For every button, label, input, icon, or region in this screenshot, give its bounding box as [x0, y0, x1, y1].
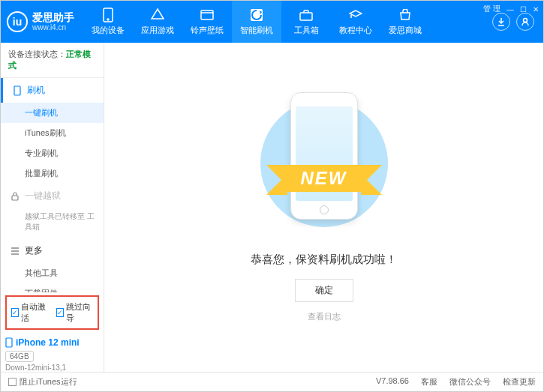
tab-apps-games[interactable]: 应用游戏 [133, 1, 182, 43]
lock-icon [10, 191, 20, 202]
storage-badge: 64GB [5, 351, 34, 362]
connection-status: 设备连接状态：正常模式 [1, 43, 104, 78]
sidebar-item-other-tools[interactable]: 其他工具 [1, 263, 104, 283]
version-label: V7.98.66 [376, 376, 409, 388]
svg-rect-4 [300, 13, 312, 20]
checkbox-icon [8, 378, 17, 386]
header-actions [492, 13, 534, 31]
svg-rect-2 [201, 10, 213, 19]
svg-point-1 [107, 19, 109, 20]
svg-rect-8 [6, 338, 12, 347]
tab-ringtone-wallpaper[interactable]: 铃声壁纸 [182, 1, 232, 43]
sidebar: 设备连接状态：正常模式 刷机 一键刷机 iTunes刷机 专业刷机 批量刷机 一… [1, 43, 104, 372]
success-illustration: NEW [257, 92, 392, 242]
app-header: 管 理 — ☐ ✕ iu 爱思助手 www.i4.cn 我的设备 应用游戏 铃声… [1, 1, 543, 43]
wallpaper-icon [200, 7, 215, 22]
svg-point-5 [524, 19, 527, 22]
phone-icon [12, 85, 23, 96]
app-url: www.i4.cn [32, 23, 74, 31]
phone-icon [5, 337, 13, 348]
sidebar-item-download-firmware[interactable]: 下载固件 [1, 283, 104, 292]
logo[interactable]: iu 爱思助手 www.i4.cn [7, 11, 74, 32]
nav-tabs: 我的设备 应用游戏 铃声壁纸 智能刷机 工具箱 教程中心 爱思商城 [83, 1, 430, 43]
store-icon [398, 7, 413, 22]
sidebar-cat-more[interactable]: 更多 [1, 238, 104, 263]
device-name[interactable]: iPhone 12 mini [5, 336, 99, 349]
toolbox-icon [299, 7, 314, 22]
wechat-link[interactable]: 微信公众号 [449, 376, 491, 388]
customer-service-link[interactable]: 客服 [421, 376, 437, 388]
main-content: NEW 恭喜您，保资料刷机成功啦！ 确定 查看日志 [104, 43, 543, 372]
download-button[interactable] [492, 13, 510, 31]
svg-rect-7 [12, 196, 18, 200]
sidebar-item-itunes-flash[interactable]: iTunes刷机 [1, 123, 104, 143]
sidebar-item-oneclick-flash[interactable]: 一键刷机 [1, 103, 104, 123]
checkbox-auto-activate[interactable]: ✓ 自动激活 [11, 301, 49, 324]
device-model: Down-12mini-13,1 [5, 364, 99, 372]
sidebar-cat-jailbreak: 一键越狱 [1, 184, 104, 208]
apps-icon [150, 7, 165, 22]
list-icon [10, 246, 20, 256]
tab-toolbox[interactable]: 工具箱 [281, 1, 331, 43]
jailbreak-note: 越狱工具已转移至 工具箱 [1, 208, 104, 238]
account-button[interactable] [516, 13, 534, 31]
sidebar-cat-flash[interactable]: 刷机 [1, 78, 104, 103]
close-icon[interactable]: ✕ [533, 5, 539, 13]
tab-store[interactable]: 爱思商城 [380, 1, 430, 43]
check-update-link[interactable]: 检查更新 [503, 376, 536, 388]
sidebar-item-batch-flash[interactable]: 批量刷机 [1, 163, 104, 184]
tutorial-icon [348, 7, 363, 22]
sidebar-item-pro-flash[interactable]: 专业刷机 [1, 143, 104, 163]
svg-rect-6 [14, 86, 20, 95]
window-menu[interactable]: 管 理 [483, 4, 500, 14]
checkbox-icon: ✓ [11, 308, 19, 317]
checkbox-icon: ✓ [56, 308, 64, 317]
success-message: 恭喜您，保资料刷机成功啦！ [251, 253, 397, 267]
checkbox-block-itunes[interactable]: 阻止iTunes运行 [8, 376, 77, 388]
tab-smart-flash[interactable]: 智能刷机 [232, 1, 281, 43]
device-info: iPhone 12 mini 64GB Down-12mini-13,1 [5, 336, 99, 372]
status-bar: 阻止iTunes运行 V7.98.66 客服 微信公众号 检查更新 [1, 372, 543, 391]
maximize-icon[interactable]: ☐ [520, 5, 527, 13]
flash-icon [249, 7, 264, 22]
phone-icon [101, 7, 116, 22]
ok-button[interactable]: 确定 [295, 279, 353, 302]
options-highlight-box: ✓ 自动激活 ✓ 跳过向导 [5, 295, 99, 330]
tab-tutorials[interactable]: 教程中心 [331, 1, 380, 43]
new-ribbon: NEW [287, 165, 361, 192]
window-controls: 管 理 — ☐ ✕ [483, 4, 539, 14]
tab-my-device[interactable]: 我的设备 [83, 1, 133, 43]
checkbox-skip-guide[interactable]: ✓ 跳过向导 [56, 301, 94, 324]
app-name: 爱思助手 [32, 12, 74, 23]
logo-icon: iu [7, 11, 28, 32]
view-log-link[interactable]: 查看日志 [308, 311, 341, 322]
minimize-icon[interactable]: — [506, 5, 514, 13]
